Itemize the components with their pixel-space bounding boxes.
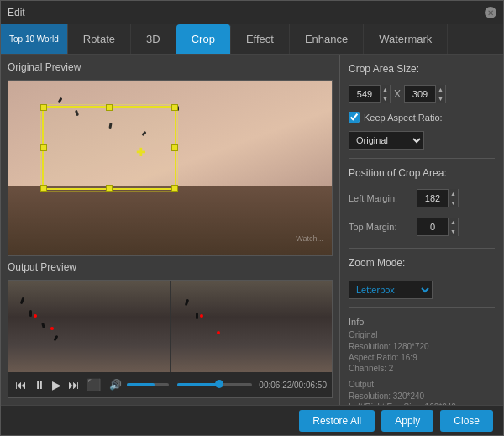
divider-2 <box>349 248 495 249</box>
tab-effect[interactable]: Effect <box>231 24 290 54</box>
current-time: 00:06:22 <box>259 381 291 390</box>
crop-overlay[interactable]: ✚ <box>42 106 176 190</box>
progress-thumb[interactable] <box>215 380 223 388</box>
crop-width-spin: ▲ ▼ <box>380 85 390 103</box>
info-output-resolution: Resolution: 320*240 <box>349 391 495 401</box>
out-insect-6 <box>196 313 198 319</box>
prev-button[interactable]: ⏮ <box>13 378 29 391</box>
out-insect-3 <box>41 323 45 329</box>
right-panel: Crop Area Size: ▲ ▼ X ▲ ▼ <box>339 55 503 405</box>
original-preview: ✚ Watch... <box>8 80 333 256</box>
left-margin-input-wrap[interactable]: ▲ ▼ <box>417 189 459 207</box>
title-bar-left: Edit <box>8 7 25 18</box>
top-margin-input-wrap[interactable]: ▲ ▼ <box>417 218 459 236</box>
tab-watermark[interactable]: Watermark <box>364 24 448 54</box>
zoom-mode-label: Zoom Mode: <box>349 257 405 269</box>
tab-rotate-label: Rotate <box>83 33 115 45</box>
info-title: Info <box>349 317 495 327</box>
crop-handle-tr[interactable] <box>171 104 178 111</box>
zoom-mode-select[interactable]: Letterbox Pan & Scan Full <box>349 281 433 299</box>
tab-watermark-label: Watermark <box>379 33 432 45</box>
out-insect-2 <box>29 310 32 317</box>
tab-video[interactable]: Top 10 World <box>1 24 68 54</box>
crop-handle-ml[interactable] <box>40 144 47 151</box>
next-button[interactable]: ⏭ <box>66 378 81 391</box>
left-panel: Original Preview <box>1 55 339 405</box>
stop-button[interactable]: ⬛ <box>85 378 102 391</box>
play-pause-button[interactable]: ⏸ <box>32 378 47 391</box>
volume-fill <box>127 383 155 386</box>
watermark-text: Watch... <box>296 234 323 243</box>
left-margin-row: Left Margin: ▲ ▼ <box>349 189 495 207</box>
info-original-aspect: Aspect Ratio: 16:9 <box>349 353 495 362</box>
top-margin-down[interactable]: ▼ <box>448 227 458 236</box>
volume-track[interactable] <box>127 383 169 386</box>
zoom-select-row: Letterbox Pan & Scan Full <box>349 281 495 299</box>
info-spacer <box>349 375 495 378</box>
crop-handle-mr[interactable] <box>171 144 178 151</box>
tab-3d[interactable]: 3D <box>131 24 176 54</box>
left-margin-down[interactable]: ▼ <box>448 198 458 207</box>
red-dot-4 <box>217 331 220 334</box>
crop-handle-bm[interactable] <box>106 185 113 192</box>
crop-height-input[interactable] <box>405 85 435 103</box>
crop-width-input[interactable] <box>349 85 380 103</box>
crop-handle-br[interactable] <box>171 185 178 192</box>
tab-enhance[interactable]: Enhance <box>290 24 364 54</box>
time-display: 00:06:22/00:06:50 <box>259 381 327 390</box>
top-margin-row: Top Margin: ▲ ▼ <box>349 218 495 236</box>
tab-3d-label: 3D <box>146 33 160 45</box>
top-margin-up[interactable]: ▲ <box>448 218 458 227</box>
left-margin-up[interactable]: ▲ <box>448 189 458 198</box>
left-margin-input[interactable] <box>417 189 448 207</box>
red-dot-3 <box>200 314 203 318</box>
restore-all-button[interactable]: Restore All <box>299 410 375 432</box>
info-output-label: Output <box>349 380 495 389</box>
crop-height-input-wrap[interactable]: ▲ ▼ <box>404 85 446 103</box>
apply-button[interactable]: Apply <box>381 410 433 432</box>
output-preview-label: Output Preview <box>8 261 333 273</box>
output-half-left <box>8 281 171 372</box>
tabs-bar: Top 10 World Rotate 3D Crop Effect Enhan… <box>1 24 503 55</box>
crop-width-down[interactable]: ▼ <box>380 94 390 103</box>
output-half-right <box>171 281 332 372</box>
cross-separator: X <box>394 88 401 100</box>
tab-video-label: Top 10 World <box>9 34 59 44</box>
top-margin-input[interactable] <box>417 218 448 236</box>
content-area: Original Preview <box>1 55 503 405</box>
crop-handle-tl[interactable] <box>40 104 47 111</box>
crop-height-down[interactable]: ▼ <box>435 94 445 103</box>
progress-track[interactable] <box>177 383 252 386</box>
tab-crop-label: Crop <box>192 33 215 45</box>
top-margin-label: Top Margin: <box>349 222 412 232</box>
crop-width-up[interactable]: ▲ <box>380 85 390 94</box>
play-button[interactable]: ▶ <box>50 378 63 391</box>
left-margin-label: Left Margin: <box>349 193 412 203</box>
keep-aspect-label: Keep Aspect Ratio: <box>364 113 443 123</box>
tab-rotate[interactable]: Rotate <box>68 24 131 54</box>
crop-size-row: ▲ ▼ X ▲ ▼ <box>349 85 495 103</box>
crop-handle-bl[interactable] <box>40 185 47 192</box>
dark-area <box>8 186 332 255</box>
edit-window: Edit ✕ Top 10 World Rotate 3D Crop Effec… <box>0 0 504 436</box>
keep-aspect-checkbox[interactable] <box>349 112 360 123</box>
out-insect-1 <box>20 297 25 305</box>
crop-height-spin: ▲ ▼ <box>435 85 445 103</box>
title-bar: Edit ✕ <box>1 1 503 24</box>
close-button[interactable]: Close <box>440 410 493 432</box>
aspect-ratio-select[interactable]: Original 16:9 4:3 1:1 <box>349 131 424 150</box>
red-dot-1 <box>34 314 37 318</box>
crop-handle-tm[interactable] <box>106 104 113 111</box>
position-title: Position of Crop Area: <box>349 167 495 179</box>
tab-effect-label: Effect <box>246 33 274 45</box>
close-window-button[interactable]: ✕ <box>485 7 496 18</box>
info-original-resolution: Resolution: 1280*720 <box>349 342 495 351</box>
left-margin-spin: ▲ ▼ <box>448 189 458 207</box>
crop-width-input-wrap[interactable]: ▲ ▼ <box>349 85 391 103</box>
output-video-bg <box>8 281 332 372</box>
crop-height-up[interactable]: ▲ <box>435 85 445 94</box>
out-insect-4 <box>53 335 58 342</box>
info-section: Info Original Resolution: 1280*720 Aspec… <box>349 317 495 405</box>
tab-crop[interactable]: Crop <box>176 24 231 54</box>
playback-bar: ⏮ ⏸ ▶ ⏭ ⬛ 🔊 00:06:22/00:06:50 <box>8 372 332 397</box>
